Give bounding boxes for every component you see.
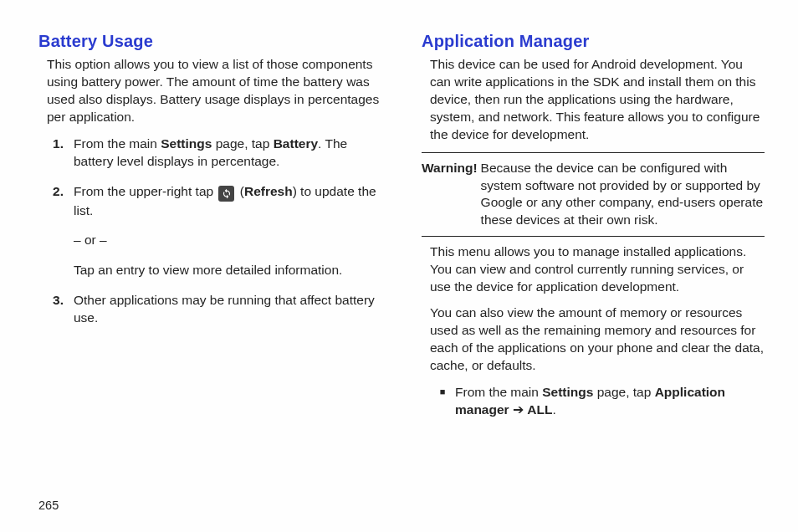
divider <box>422 152 765 153</box>
step-number: 1. <box>38 135 74 171</box>
divider <box>422 236 765 237</box>
appmgr-intro: This device can be used for Android deve… <box>422 56 765 144</box>
text: ➔ <box>509 402 528 417</box>
text: page, tap <box>593 385 654 399</box>
page-number: 265 <box>38 499 59 512</box>
warning-label: Warning! <box>422 160 481 230</box>
warning-block: Warning! Because the device can be confi… <box>422 160 765 230</box>
step-2: 2. From the upper-right tap (Refresh) to… <box>38 182 381 279</box>
page-content: Battery Usage This option allows you to … <box>0 0 798 419</box>
left-column: Battery Usage This option allows you to … <box>38 25 381 419</box>
appmgr-p2: This menu allows you to manage installed… <box>422 243 765 296</box>
heading-application-manager: Application Manager <box>422 32 765 51</box>
text: . <box>552 402 555 417</box>
bold-all: ALL <box>527 402 552 417</box>
step-text: From the main Settings page, tap Battery… <box>74 135 381 171</box>
bold-settings: Settings <box>542 385 593 399</box>
step-text: From the upper-right tap (Refresh) to up… <box>74 182 381 279</box>
battery-steps: 1. From the main Settings page, tap Batt… <box>38 135 381 327</box>
refresh-icon <box>218 186 234 202</box>
step-text: Other applications may be running that a… <box>74 291 381 327</box>
bullet-item: ■ From the main Settings page, tap Appli… <box>422 383 765 419</box>
bullet-square-icon: ■ <box>430 383 455 419</box>
step-3: 3. Other applications may be running tha… <box>38 291 381 327</box>
warning-text: Because the device can be configured wit… <box>481 160 765 230</box>
heading-battery-usage: Battery Usage <box>38 32 381 51</box>
text: page, tap <box>212 136 273 151</box>
step-number: 2. <box>38 182 74 279</box>
bold-refresh: Refresh <box>244 184 293 198</box>
bold-battery: Battery <box>274 136 318 151</box>
step-sub: Tap an entry to view more detailed infor… <box>74 261 381 279</box>
step-or: – or – <box>74 231 381 249</box>
appmgr-p3: You can also view the amount of memory o… <box>422 304 765 375</box>
text: From the upper-right tap <box>74 184 217 198</box>
battery-intro: This option allows you to view a list of… <box>38 56 381 126</box>
right-column: Application Manager This device can be u… <box>422 25 765 419</box>
text: From the main <box>455 385 542 399</box>
step-1: 1. From the main Settings page, tap Batt… <box>38 135 381 171</box>
text: From the main <box>74 136 161 151</box>
bullet-text: From the main Settings page, tap Applica… <box>455 383 765 419</box>
step-number: 3. <box>38 291 74 327</box>
bold-settings: Settings <box>161 136 212 151</box>
